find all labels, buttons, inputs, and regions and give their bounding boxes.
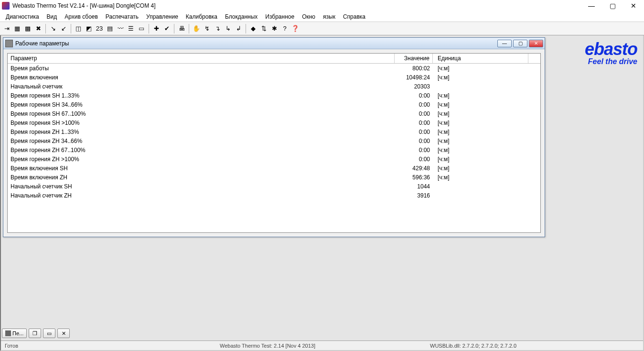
arrow3-icon[interactable]: ↳	[223, 24, 233, 33]
table-row[interactable]: Время горения SH 34..66%0:00[ч:м]	[8, 100, 540, 109]
maximize-button[interactable]: ▢	[602, 0, 623, 11]
cell-param: Время горения ZH >100%	[8, 155, 395, 163]
child-close-button[interactable]: ✕	[529, 40, 543, 47]
toolbar-separator	[45, 24, 46, 33]
page-icon[interactable]: ▭	[137, 24, 146, 33]
list-icon[interactable]: ☰	[126, 24, 136, 33]
chart2-icon[interactable]: ◩	[84, 24, 94, 33]
header-param[interactable]: Параметр	[8, 54, 395, 63]
table-row[interactable]: Время горения SH 1..33%0:00[ч:м]	[8, 91, 540, 100]
table-row[interactable]: Начальный счетчик20303	[8, 82, 540, 91]
task-restore-button[interactable]: ❐	[29, 329, 41, 338]
txrx-icon[interactable]: ⇅	[259, 24, 268, 33]
app-icon	[2, 2, 10, 10]
whatsthis-icon[interactable]: ❓	[290, 24, 300, 33]
grid2-icon[interactable]: ▩	[23, 24, 32, 33]
cell-param: Время горения SH 67..100%	[8, 110, 395, 118]
table-row[interactable]: Время горения SH >100%0:00[ч:м]	[8, 118, 540, 127]
menu-архив сбоев[interactable]: Архив сбоев	[61, 12, 102, 21]
child-maximize-button[interactable]: ▢	[513, 40, 527, 47]
task-item[interactable]: Пе...	[2, 329, 27, 338]
hand-icon[interactable]: ✋	[192, 24, 201, 33]
menu-калибровка[interactable]: Калибровка	[182, 12, 221, 21]
menu-диагностика[interactable]: Диагностика	[2, 12, 43, 21]
cell-unit	[433, 186, 528, 187]
table-row[interactable]: Время включения SH429:48[ч:м]	[8, 164, 540, 173]
cell-unit: [ч:м]	[433, 174, 528, 181]
out-icon[interactable]: ↘	[48, 24, 58, 33]
toolbar: ⇥▦▩✖↘↙◫◩23▤〰☰▭✚✔🖶✋↯↴↳↲◆⇅✱?❓	[0, 22, 644, 35]
cell-unit: [ч:м]	[433, 65, 528, 72]
close-button[interactable]: ✕	[623, 0, 644, 11]
cell-value: 0:00	[395, 128, 433, 136]
menu-управление[interactable]: Управление	[142, 12, 182, 21]
child-minimize-button[interactable]: —	[497, 40, 512, 47]
menu-распечатать[interactable]: Распечатать	[102, 12, 142, 21]
arrow1-icon[interactable]: ↯	[202, 24, 212, 33]
menu-избранное[interactable]: Избранное	[261, 12, 298, 21]
table-row[interactable]: Время горения ZH 34..66%0:00[ч:м]	[8, 136, 540, 145]
cell-param: Начальный счетчик ZH	[8, 192, 395, 199]
print-icon[interactable]: 🖶	[177, 24, 186, 33]
menu-язык[interactable]: язык	[319, 12, 339, 21]
task-maximize-button[interactable]: ▭	[43, 329, 55, 338]
cell-param: Время включения ZH	[8, 174, 395, 181]
help-icon[interactable]: ?	[280, 24, 290, 33]
grid1-icon[interactable]: ▦	[12, 24, 22, 33]
cell-unit: [ч:м]	[433, 101, 528, 109]
cell-value: 1044	[395, 183, 433, 190]
titlebar: Webasto Thermo Test V2.14 - [W-шина] Don…	[0, 0, 644, 11]
wave-icon[interactable]: 〰	[116, 24, 125, 33]
menu-окно[interactable]: Окно	[298, 12, 319, 21]
cell-param: Время горения SH 1..33%	[8, 92, 395, 99]
cell-value: 10498:24	[395, 74, 433, 81]
cell-value: 0:00	[395, 155, 433, 163]
cell-param: Время включения SH	[8, 165, 395, 172]
header-unit[interactable]: Единица	[433, 54, 528, 63]
table-row[interactable]: Время включения ZH596:36[ч:м]	[8, 173, 540, 182]
bug-icon[interactable]: ✱	[269, 24, 279, 33]
child-window-icon	[5, 40, 13, 47]
menubar: ДиагностикаВидАрхив сбоевРаспечататьУпра…	[0, 11, 644, 22]
table-row[interactable]: Время горения SH 67..100%0:00[ч:м]	[8, 109, 540, 118]
cancel-icon[interactable]: ✖	[33, 24, 43, 33]
check-icon[interactable]: ✔	[162, 24, 172, 33]
task-label: Пе...	[12, 330, 23, 336]
cell-value: 0:00	[395, 119, 433, 127]
cell-unit: [ч:м]	[433, 92, 528, 99]
toolbar-separator	[71, 24, 71, 33]
cell-param: Время горения ZH 67..100%	[8, 146, 395, 154]
plus-icon[interactable]: ✚	[151, 24, 161, 33]
window-title: Webasto Thermo Test V2.14 - [W-шина] Don…	[12, 2, 581, 9]
arrow4-icon[interactable]: ↲	[234, 24, 243, 33]
table-row[interactable]: Время горения ZH 1..33%0:00[ч:м]	[8, 127, 540, 136]
table-row[interactable]: Время горения ZH 67..100%0:00[ч:м]	[8, 145, 540, 154]
logo-tagline: Feel the drive	[585, 57, 637, 66]
status-version: Webasto Thermo Test: 2.14 [Nov 4 2013]	[216, 343, 426, 349]
table-row[interactable]: Начальный счетчик SH1044	[8, 182, 540, 191]
menu-блокданных[interactable]: Блокданных	[221, 12, 261, 21]
table-row[interactable]: Начальный счетчик ZH3916	[8, 191, 540, 200]
cell-value: 20303	[395, 83, 433, 90]
connect-icon[interactable]: ⇥	[2, 24, 11, 33]
mdi-taskbar: Пе... ❐ ▭ ✕	[2, 328, 70, 339]
task-close-button[interactable]: ✕	[57, 329, 70, 338]
plug-icon[interactable]: ◆	[248, 24, 258, 33]
arrow2-icon[interactable]: ↴	[213, 24, 222, 33]
chart1-icon[interactable]: ◫	[74, 24, 83, 33]
header-value[interactable]: Значение	[395, 54, 433, 63]
toolbar-separator	[149, 24, 149, 33]
table-row[interactable]: Время работы800:02[ч:м]	[8, 64, 540, 73]
bars-icon[interactable]: ▤	[105, 24, 115, 33]
menu-справка[interactable]: Справка	[339, 12, 369, 21]
child-titlebar[interactable]: Рабочие параметры — ▢ ✕	[3, 38, 545, 49]
cell-param: Время горения SH >100%	[8, 119, 395, 127]
minimize-button[interactable]: —	[581, 0, 602, 11]
toolbar-separator	[174, 24, 174, 33]
table-row[interactable]: Время включения10498:24[ч:м]	[8, 73, 540, 82]
cell-param: Время горения ZH 34..66%	[8, 137, 395, 145]
in-icon[interactable]: ↙	[59, 24, 68, 33]
menu-вид[interactable]: Вид	[43, 12, 61, 21]
num-icon[interactable]: 23	[95, 24, 104, 33]
table-row[interactable]: Время горения ZH >100%0:00[ч:м]	[8, 154, 540, 164]
